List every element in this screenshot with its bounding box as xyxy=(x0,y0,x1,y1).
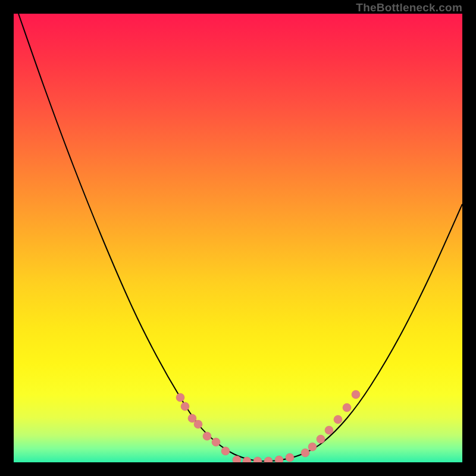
watermark-text: TheBottleneck.com xyxy=(356,1,462,14)
plot-area xyxy=(14,14,462,462)
marker-dot xyxy=(176,393,184,402)
marker-dot xyxy=(221,447,230,455)
curve-line xyxy=(18,14,462,461)
marker-dot xyxy=(194,420,202,428)
marker-dot xyxy=(334,415,342,424)
marker-dot xyxy=(352,390,360,399)
marker-dot xyxy=(317,435,325,443)
marker-dot xyxy=(286,453,294,462)
marker-dot xyxy=(325,426,333,434)
bottleneck-curve xyxy=(14,14,462,462)
marker-dot xyxy=(264,457,273,462)
marker-dot xyxy=(308,443,317,451)
marker-dot xyxy=(301,449,309,457)
marker-dot xyxy=(212,438,220,446)
chart-frame: TheBottleneck.com xyxy=(0,0,476,476)
marker-dot xyxy=(343,403,351,412)
marker-dot xyxy=(181,402,189,411)
marker-dot xyxy=(275,456,283,462)
marker-dot xyxy=(203,432,211,440)
marker-dot xyxy=(253,457,262,462)
